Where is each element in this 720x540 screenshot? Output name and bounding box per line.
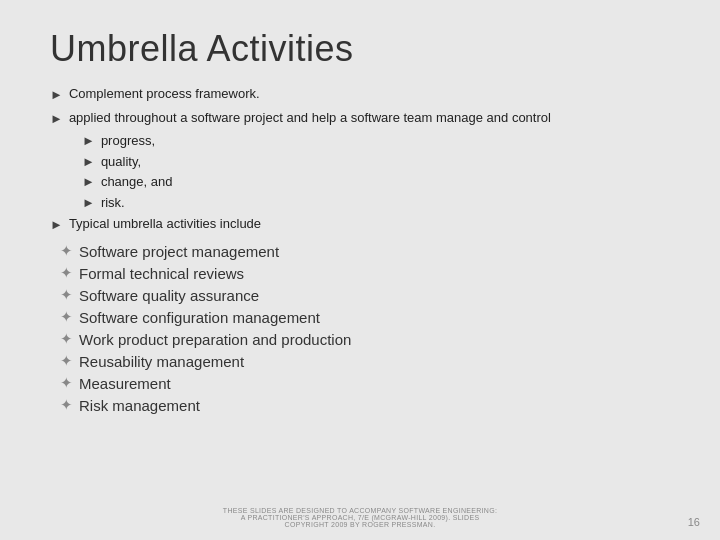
page-number: 16 bbox=[688, 516, 700, 528]
activity-text-2: Formal technical reviews bbox=[79, 265, 244, 282]
inner-bullet-text-3: change, and bbox=[101, 172, 173, 192]
body-content: ► Complement process framework. ► applie… bbox=[50, 84, 670, 235]
diamond-icon-3: ✦ bbox=[60, 286, 73, 304]
activity-item-7: ✦ Measurement bbox=[60, 375, 670, 392]
outer-bullet-3: ► Typical umbrella activities include bbox=[50, 214, 670, 235]
footer: THESE SLIDES ARE DESIGNED TO ACCOMPANY S… bbox=[0, 507, 720, 528]
activity-item-6: ✦ Reusability management bbox=[60, 353, 670, 370]
inner-bullet-text-4: risk. bbox=[101, 193, 125, 213]
activity-text-1: Software project management bbox=[79, 243, 279, 260]
inner-bullet-text-1: progress, bbox=[101, 131, 155, 151]
activity-item-2: ✦ Formal technical reviews bbox=[60, 265, 670, 282]
inner-bullet-4: ► risk. bbox=[82, 193, 670, 213]
activity-text-3: Software quality assurance bbox=[79, 287, 259, 304]
diamond-icon-2: ✦ bbox=[60, 264, 73, 282]
bullet-arrow-2: ► bbox=[50, 109, 63, 129]
diamond-icon-6: ✦ bbox=[60, 352, 73, 370]
inner-bullets: ► progress, ► quality, ► change, and ► r… bbox=[82, 131, 670, 212]
diamond-icon-4: ✦ bbox=[60, 308, 73, 326]
activity-text-5: Work product preparation and production bbox=[79, 331, 351, 348]
inner-arrow-2: ► bbox=[82, 152, 95, 172]
diamond-icon-5: ✦ bbox=[60, 330, 73, 348]
diamond-icon-8: ✦ bbox=[60, 396, 73, 414]
inner-arrow-1: ► bbox=[82, 131, 95, 151]
activity-item-5: ✦ Work product preparation and productio… bbox=[60, 331, 670, 348]
outer-bullet-2: ► applied throughout a software project … bbox=[50, 108, 670, 129]
outer-bullet-text-3: Typical umbrella activities include bbox=[69, 214, 261, 234]
inner-bullet-1: ► progress, bbox=[82, 131, 670, 151]
diamond-icon-1: ✦ bbox=[60, 242, 73, 260]
inner-arrow-3: ► bbox=[82, 172, 95, 192]
activity-text-8: Risk management bbox=[79, 397, 200, 414]
outer-bullet-text-1: Complement process framework. bbox=[69, 84, 260, 104]
activity-item-4: ✦ Software configuration management bbox=[60, 309, 670, 326]
activities-list: ✦ Software project management ✦ Formal t… bbox=[60, 243, 670, 414]
outer-bullet-text-2: applied throughout a software project an… bbox=[69, 108, 551, 128]
bullet-arrow-1: ► bbox=[50, 85, 63, 105]
activity-text-7: Measurement bbox=[79, 375, 171, 392]
activity-item-3: ✦ Software quality assurance bbox=[60, 287, 670, 304]
bullet-arrow-3: ► bbox=[50, 215, 63, 235]
activity-item-8: ✦ Risk management bbox=[60, 397, 670, 414]
activity-item-1: ✦ Software project management bbox=[60, 243, 670, 260]
activity-text-4: Software configuration management bbox=[79, 309, 320, 326]
activity-text-6: Reusability management bbox=[79, 353, 244, 370]
inner-bullet-3: ► change, and bbox=[82, 172, 670, 192]
outer-bullet-1: ► Complement process framework. bbox=[50, 84, 670, 105]
slide: Umbrella Activities ► Complement process… bbox=[0, 0, 720, 540]
footer-line-2: A PRACTITIONER'S APPROACH, 7/E (MCGRAW-H… bbox=[0, 514, 720, 521]
inner-arrow-4: ► bbox=[82, 193, 95, 213]
diamond-icon-7: ✦ bbox=[60, 374, 73, 392]
inner-bullet-text-2: quality, bbox=[101, 152, 141, 172]
inner-bullet-2: ► quality, bbox=[82, 152, 670, 172]
slide-title: Umbrella Activities bbox=[50, 28, 670, 70]
footer-line-1: THESE SLIDES ARE DESIGNED TO ACCOMPANY S… bbox=[0, 507, 720, 514]
footer-line-3: COPYRIGHT 2009 BY ROGER PRESSMAN. bbox=[0, 521, 720, 528]
